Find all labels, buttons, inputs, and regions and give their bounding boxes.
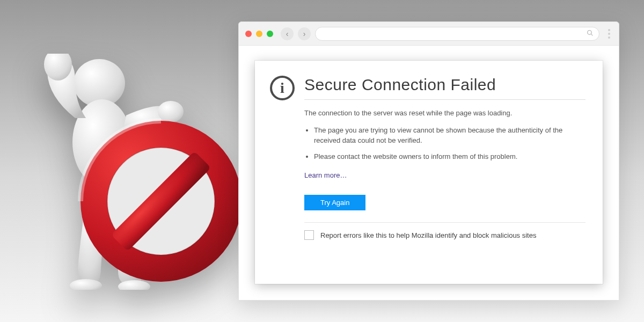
address-bar[interactable] — [315, 27, 599, 41]
illustration — [38, 54, 241, 290]
menu-button[interactable] — [604, 29, 612, 39]
report-checkbox[interactable] — [304, 230, 314, 240]
browser-viewport: i Secure Connection Failed The connectio… — [239, 46, 619, 300]
no-entry-sign-icon — [80, 121, 241, 282]
error-lead: The connection to the server was reset w… — [304, 108, 586, 119]
forward-button[interactable]: › — [298, 27, 311, 40]
svg-point-5 — [158, 101, 184, 122]
browser-window: ‹ › i Secure Connection Failed — [238, 21, 619, 301]
error-bullet: Please contact the website owners to inf… — [314, 151, 586, 162]
maximize-window-button[interactable] — [267, 31, 273, 37]
minimize-window-button[interactable] — [256, 31, 262, 37]
learn-more-link[interactable]: Learn more… — [304, 170, 347, 181]
info-icon: i — [270, 76, 295, 100]
error-card: i Secure Connection Failed The connectio… — [255, 61, 603, 284]
error-title: Secure Connection Failed — [304, 76, 586, 100]
report-row[interactable]: Report errors like this to help Mozilla … — [304, 230, 586, 241]
back-button[interactable]: ‹ — [281, 27, 294, 40]
browser-toolbar: ‹ › — [239, 22, 619, 46]
error-bullets: The page you are trying to view cannot b… — [304, 125, 586, 162]
svg-point-10 — [588, 30, 592, 34]
report-label: Report errors like this to help Mozilla … — [320, 230, 536, 241]
stage: ‹ › i Secure Connection Failed — [0, 0, 644, 322]
svg-line-11 — [591, 34, 592, 35]
close-window-button[interactable] — [245, 31, 252, 37]
window-controls — [245, 31, 273, 37]
try-again-button[interactable]: Try Again — [304, 195, 365, 210]
divider — [304, 222, 586, 223]
error-bullet: The page you are trying to view cannot b… — [314, 125, 586, 146]
search-icon — [587, 29, 594, 39]
